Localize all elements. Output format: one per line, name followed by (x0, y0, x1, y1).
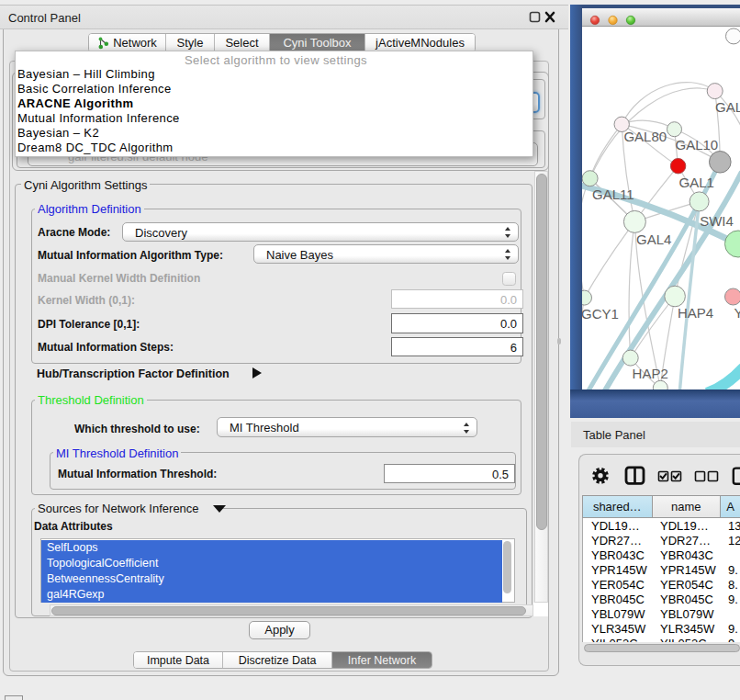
svg-text:GAL11: GAL11 (592, 186, 634, 202)
svg-text:GAL1: GAL1 (679, 175, 714, 190)
svg-text:GAL4: GAL4 (636, 231, 671, 247)
svg-text:YJ: YJ (734, 305, 740, 321)
svg-text:HAP4: HAP4 (678, 305, 713, 321)
svg-text:HAP2: HAP2 (633, 366, 668, 381)
svg-text:SWI4: SWI4 (700, 213, 734, 229)
svg-text:GAL80: GAL80 (623, 129, 667, 144)
svg-text:GAL10: GAL10 (676, 137, 719, 152)
svg-text:GCY1: GCY1 (582, 306, 619, 322)
svg-text:GAL2: GAL2 (715, 99, 740, 115)
